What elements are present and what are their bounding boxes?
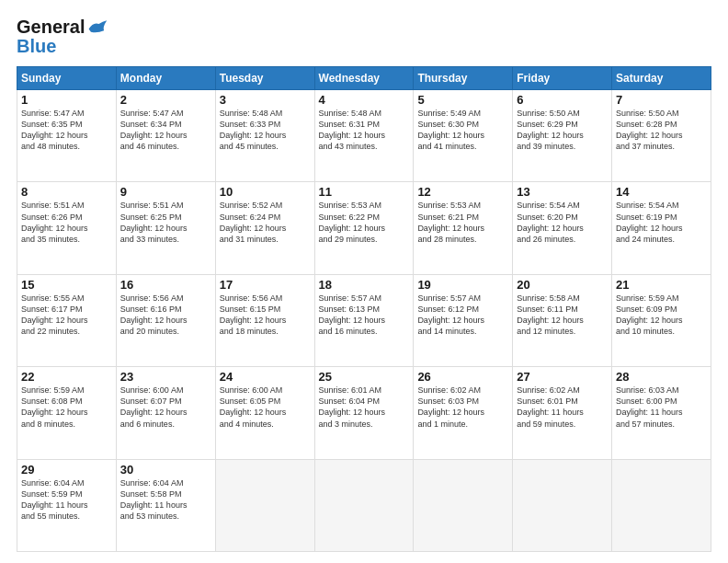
col-header-friday: Friday — [513, 67, 612, 90]
calendar-cell: 8Sunrise: 5:51 AM Sunset: 6:26 PM Daylig… — [17, 182, 117, 274]
day-number: 19 — [417, 278, 508, 292]
day-number: 11 — [319, 185, 410, 199]
day-info: Sunrise: 6:04 AM Sunset: 5:59 PM Dayligh… — [21, 477, 112, 523]
header: GeneralBlue — [17, 17, 711, 57]
day-info: Sunrise: 5:57 AM Sunset: 6:12 PM Dayligh… — [417, 293, 508, 338]
calendar-cell: 22Sunrise: 5:59 AM Sunset: 6:08 PM Dayli… — [17, 367, 117, 459]
day-number: 20 — [517, 278, 608, 292]
day-info: Sunrise: 5:55 AM Sunset: 6:17 PM Dayligh… — [21, 293, 112, 338]
calendar-table: SundayMondayTuesdayWednesdayThursdayFrid… — [17, 66, 711, 552]
day-info: Sunrise: 5:56 AM Sunset: 6:16 PM Dayligh… — [120, 293, 211, 338]
day-number: 23 — [120, 370, 211, 384]
day-number: 16 — [120, 278, 211, 292]
day-number: 21 — [616, 278, 707, 292]
calendar-header-row: SundayMondayTuesdayWednesdayThursdayFrid… — [17, 67, 711, 90]
day-info: Sunrise: 5:51 AM Sunset: 6:26 PM Dayligh… — [21, 200, 112, 245]
calendar-cell: 5Sunrise: 5:49 AM Sunset: 6:30 PM Daylig… — [414, 90, 513, 182]
calendar-cell: 28Sunrise: 6:03 AM Sunset: 6:00 PM Dayli… — [612, 367, 711, 459]
logo: GeneralBlue — [17, 17, 108, 57]
day-number: 9 — [120, 185, 211, 199]
day-number: 7 — [616, 93, 707, 107]
day-info: Sunrise: 5:59 AM Sunset: 6:08 PM Dayligh… — [21, 385, 112, 430]
day-info: Sunrise: 5:50 AM Sunset: 6:28 PM Dayligh… — [616, 108, 707, 153]
calendar-cell: 19Sunrise: 5:57 AM Sunset: 6:12 PM Dayli… — [414, 274, 513, 366]
day-number: 18 — [319, 278, 410, 292]
calendar-cell: 21Sunrise: 5:59 AM Sunset: 6:09 PM Dayli… — [612, 274, 711, 366]
day-info: Sunrise: 5:54 AM Sunset: 6:20 PM Dayligh… — [517, 200, 608, 245]
day-info: Sunrise: 6:02 AM Sunset: 6:01 PM Dayligh… — [517, 385, 608, 430]
day-info: Sunrise: 5:58 AM Sunset: 6:11 PM Dayligh… — [517, 293, 608, 338]
day-info: Sunrise: 5:47 AM Sunset: 6:34 PM Dayligh… — [120, 108, 211, 153]
day-number: 6 — [517, 93, 608, 107]
day-info: Sunrise: 5:51 AM Sunset: 6:25 PM Dayligh… — [120, 200, 211, 245]
calendar-week-5: 29Sunrise: 6:04 AM Sunset: 5:59 PM Dayli… — [17, 459, 711, 551]
calendar-cell: 30Sunrise: 6:04 AM Sunset: 5:58 PM Dayli… — [116, 459, 215, 551]
calendar-cell: 20Sunrise: 5:58 AM Sunset: 6:11 PM Dayli… — [513, 274, 612, 366]
day-info: Sunrise: 5:59 AM Sunset: 6:09 PM Dayligh… — [616, 293, 707, 338]
calendar-cell: 23Sunrise: 6:00 AM Sunset: 6:07 PM Dayli… — [116, 367, 215, 459]
day-info: Sunrise: 5:53 AM Sunset: 6:21 PM Dayligh… — [417, 200, 508, 245]
calendar-cell: 16Sunrise: 5:56 AM Sunset: 6:16 PM Dayli… — [116, 274, 215, 366]
day-number: 29 — [21, 463, 112, 477]
calendar-cell: 12Sunrise: 5:53 AM Sunset: 6:21 PM Dayli… — [414, 182, 513, 274]
col-header-sunday: Sunday — [17, 67, 117, 90]
calendar-week-3: 15Sunrise: 5:55 AM Sunset: 6:17 PM Dayli… — [17, 274, 711, 366]
day-number: 1 — [21, 93, 112, 107]
day-number: 2 — [120, 93, 211, 107]
calendar-cell: 24Sunrise: 6:00 AM Sunset: 6:05 PM Dayli… — [215, 367, 314, 459]
calendar-cell — [414, 459, 513, 551]
calendar-cell: 3Sunrise: 5:48 AM Sunset: 6:33 PM Daylig… — [215, 90, 314, 182]
calendar-cell: 29Sunrise: 6:04 AM Sunset: 5:59 PM Dayli… — [17, 459, 117, 551]
day-number: 15 — [21, 278, 112, 292]
calendar-cell: 1Sunrise: 5:47 AM Sunset: 6:35 PM Daylig… — [17, 90, 117, 182]
day-number: 13 — [517, 185, 608, 199]
day-info: Sunrise: 6:01 AM Sunset: 6:04 PM Dayligh… — [319, 385, 410, 430]
col-header-wednesday: Wednesday — [314, 67, 414, 90]
calendar-cell: 7Sunrise: 5:50 AM Sunset: 6:28 PM Daylig… — [612, 90, 711, 182]
day-info: Sunrise: 5:48 AM Sunset: 6:31 PM Dayligh… — [319, 108, 410, 153]
calendar-cell: 4Sunrise: 5:48 AM Sunset: 6:31 PM Daylig… — [314, 90, 414, 182]
day-info: Sunrise: 6:00 AM Sunset: 6:07 PM Dayligh… — [120, 385, 211, 430]
calendar-cell — [612, 459, 711, 551]
day-number: 14 — [616, 185, 707, 199]
day-info: Sunrise: 5:56 AM Sunset: 6:15 PM Dayligh… — [220, 293, 311, 338]
day-number: 28 — [616, 370, 707, 384]
calendar-week-2: 8Sunrise: 5:51 AM Sunset: 6:26 PM Daylig… — [17, 182, 711, 274]
day-number: 25 — [319, 370, 410, 384]
calendar-cell: 9Sunrise: 5:51 AM Sunset: 6:25 PM Daylig… — [116, 182, 215, 274]
day-number: 17 — [220, 278, 311, 292]
col-header-tuesday: Tuesday — [215, 67, 314, 90]
calendar-cell — [215, 459, 314, 551]
day-number: 27 — [517, 370, 608, 384]
calendar-cell: 10Sunrise: 5:52 AM Sunset: 6:24 PM Dayli… — [215, 182, 314, 274]
day-number: 26 — [417, 370, 508, 384]
day-info: Sunrise: 6:00 AM Sunset: 6:05 PM Dayligh… — [220, 385, 311, 430]
calendar-cell: 15Sunrise: 5:55 AM Sunset: 6:17 PM Dayli… — [17, 274, 117, 366]
day-info: Sunrise: 5:49 AM Sunset: 6:30 PM Dayligh… — [417, 108, 508, 153]
day-info: Sunrise: 5:52 AM Sunset: 6:24 PM Dayligh… — [220, 200, 311, 245]
day-info: Sunrise: 5:50 AM Sunset: 6:29 PM Dayligh… — [517, 108, 608, 153]
day-number: 24 — [220, 370, 311, 384]
calendar-cell — [513, 459, 612, 551]
col-header-monday: Monday — [116, 67, 215, 90]
day-info: Sunrise: 5:57 AM Sunset: 6:13 PM Dayligh… — [319, 293, 410, 338]
calendar-cell: 18Sunrise: 5:57 AM Sunset: 6:13 PM Dayli… — [314, 274, 414, 366]
day-info: Sunrise: 5:53 AM Sunset: 6:22 PM Dayligh… — [319, 200, 410, 245]
calendar-cell: 17Sunrise: 5:56 AM Sunset: 6:15 PM Dayli… — [215, 274, 314, 366]
day-number: 10 — [220, 185, 311, 199]
calendar-cell: 6Sunrise: 5:50 AM Sunset: 6:29 PM Daylig… — [513, 90, 612, 182]
col-header-thursday: Thursday — [414, 67, 513, 90]
day-info: Sunrise: 6:03 AM Sunset: 6:00 PM Dayligh… — [616, 385, 707, 430]
day-number: 3 — [220, 93, 311, 107]
day-number: 22 — [21, 370, 112, 384]
day-number: 8 — [21, 185, 112, 199]
calendar-cell: 14Sunrise: 5:54 AM Sunset: 6:19 PM Dayli… — [612, 182, 711, 274]
calendar-week-4: 22Sunrise: 5:59 AM Sunset: 6:08 PM Dayli… — [17, 367, 711, 459]
page: GeneralBlue SundayMondayTuesdayWednesday… — [0, 0, 728, 563]
calendar-cell: 25Sunrise: 6:01 AM Sunset: 6:04 PM Dayli… — [314, 367, 414, 459]
calendar-cell: 13Sunrise: 5:54 AM Sunset: 6:20 PM Dayli… — [513, 182, 612, 274]
day-number: 4 — [319, 93, 410, 107]
day-number: 30 — [120, 463, 211, 477]
calendar-cell: 2Sunrise: 5:47 AM Sunset: 6:34 PM Daylig… — [116, 90, 215, 182]
calendar-cell: 27Sunrise: 6:02 AM Sunset: 6:01 PM Dayli… — [513, 367, 612, 459]
